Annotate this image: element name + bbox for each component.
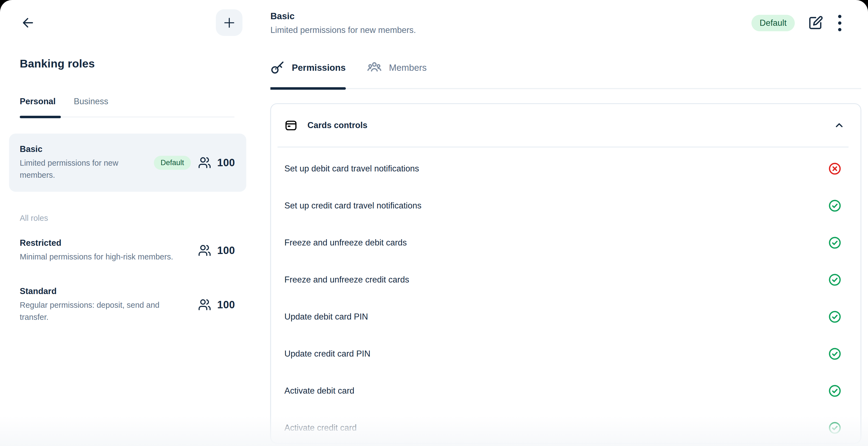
users-group-icon — [367, 60, 382, 75]
edit-icon — [808, 16, 823, 31]
check-circle-icon — [828, 384, 842, 398]
tab-personal[interactable]: Personal — [20, 96, 56, 107]
detail-tabs: Permissions Members — [271, 60, 861, 75]
permission-row: Activate credit card — [271, 409, 861, 444]
permission-label: Update debit card PIN — [284, 312, 828, 322]
x-circle-icon — [828, 162, 842, 176]
role-item-restricted[interactable]: Restricted Minimal permissions for high-… — [9, 230, 246, 271]
role-name: Basic — [20, 144, 154, 154]
permission-label: Update credit card PIN — [284, 349, 828, 359]
tab-active-indicator — [271, 87, 346, 90]
tab-label: Members — [389, 63, 427, 73]
check-circle-icon — [828, 236, 842, 249]
chevron-up-icon[interactable] — [833, 119, 845, 131]
permission-row: Set up debit card travel notifications — [271, 150, 861, 187]
cards-controls-card: Cards controls Set up debit card travel … — [271, 103, 861, 444]
edit-role-button[interactable] — [808, 16, 823, 31]
cards-controls-header[interactable]: Cards controls — [271, 104, 861, 147]
detail-title: Basic — [271, 11, 416, 21]
credit-card-icon — [284, 119, 298, 132]
check-circle-icon — [828, 421, 842, 435]
detail-tab-underline — [271, 87, 861, 90]
tab-business[interactable]: Business — [74, 96, 108, 107]
more-options-button[interactable] — [836, 13, 843, 33]
banking-roles-window: Banking roles Personal Business Basic Li… — [0, 0, 868, 446]
page-title: Banking roles — [20, 57, 246, 70]
permission-label: Set up credit card travel notifications — [284, 201, 828, 211]
permission-row: Set up credit card travel notifications — [271, 187, 861, 224]
arrow-left-icon — [21, 16, 35, 30]
role-text: Restricted Minimal permissions for high-… — [20, 238, 197, 263]
permission-label: Freeze and unfreeze debit cards — [284, 238, 828, 248]
kebab-menu-icon — [838, 15, 841, 31]
detail-title-block: Basic Limited permissions for new member… — [271, 11, 416, 35]
check-circle-icon — [828, 310, 842, 324]
role-description: Minimal permissions for high-risk member… — [20, 251, 173, 263]
sidebar-tabs: Personal Business — [20, 96, 246, 107]
key-icon — [271, 61, 285, 75]
users-icon — [198, 298, 211, 311]
tab-label: Permissions — [292, 63, 346, 73]
tab-permissions[interactable]: Permissions — [271, 61, 346, 75]
check-circle-icon — [828, 199, 842, 213]
permission-row: Update credit card PIN — [271, 335, 861, 372]
permission-label: Set up debit card travel notifications — [284, 164, 828, 174]
sidebar-tab-underline — [20, 116, 235, 118]
detail-description: Limited permissions for new members. — [271, 25, 416, 35]
permissions-list: Set up debit card travel notifications S… — [271, 147, 861, 444]
detail-controls: Default — [751, 13, 843, 33]
role-description: Regular permissions: deposit, send and t… — [20, 299, 173, 323]
permission-label: Freeze and unfreeze credit cards — [284, 275, 828, 285]
permission-row: Freeze and unfreeze credit cards — [271, 261, 861, 298]
permission-row: Freeze and unfreeze debit cards — [271, 224, 861, 261]
member-count: 100 — [217, 157, 235, 169]
member-count: 100 — [217, 245, 235, 257]
tab-members[interactable]: Members — [367, 60, 427, 75]
role-meta: Default 100 — [154, 156, 235, 170]
role-text: Standard Regular permissions: deposit, s… — [20, 286, 197, 323]
check-circle-icon — [828, 347, 842, 361]
add-role-button[interactable] — [216, 9, 242, 36]
permission-label: Activate credit card — [284, 423, 828, 433]
role-meta: 100 — [197, 298, 235, 311]
role-detail-panel: Basic Limited permissions for new member… — [258, 0, 868, 446]
role-text: Basic Limited permissions for new member… — [20, 144, 154, 181]
all-roles-label: All roles — [20, 214, 246, 223]
permission-row: Activate debit card — [271, 372, 861, 409]
role-name: Standard — [20, 286, 197, 296]
check-circle-icon — [828, 273, 842, 287]
detail-header: Basic Limited permissions for new member… — [271, 11, 861, 35]
permission-label: Activate debit card — [284, 386, 828, 396]
default-badge: Default — [154, 156, 191, 170]
sidebar-header — [20, 9, 242, 36]
plus-icon — [222, 16, 237, 30]
role-item-standard[interactable]: Standard Regular permissions: deposit, s… — [9, 278, 246, 331]
role-meta: 100 — [197, 244, 235, 257]
back-button[interactable] — [20, 14, 36, 31]
users-icon — [198, 244, 211, 257]
users-icon — [198, 156, 211, 169]
role-item-basic[interactable]: Basic Limited permissions for new member… — [9, 133, 246, 192]
permission-row: Update debit card PIN — [271, 298, 861, 335]
card-section-title: Cards controls — [307, 120, 833, 130]
member-count: 100 — [217, 299, 235, 311]
roles-sidebar: Banking roles Personal Business Basic Li… — [0, 0, 258, 446]
tab-active-indicator — [20, 116, 61, 118]
role-name: Restricted — [20, 238, 197, 248]
default-badge: Default — [751, 15, 795, 31]
tab-track — [271, 88, 861, 89]
role-description: Limited permissions for new members. — [20, 157, 154, 181]
